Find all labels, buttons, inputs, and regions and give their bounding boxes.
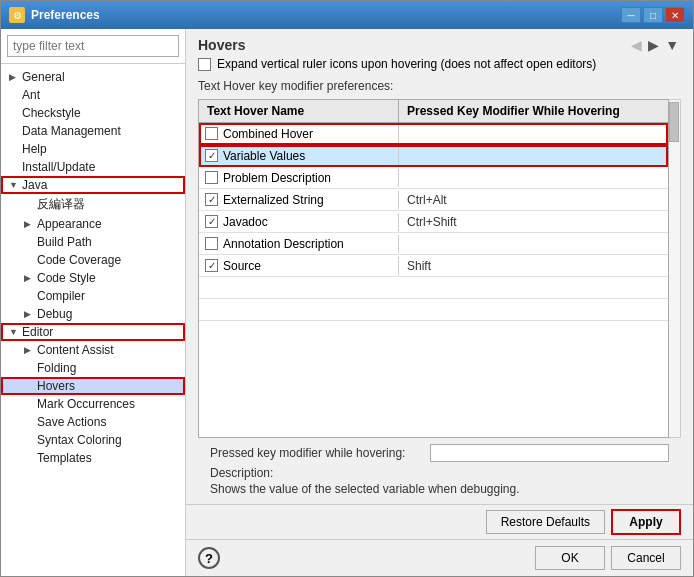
- sidebar-item-hovers[interactable]: Hovers: [1, 377, 185, 395]
- hover-cell-modifier: [399, 154, 668, 158]
- table-row[interactable]: Externalized String Ctrl+Alt: [199, 189, 668, 211]
- sidebar-item-content-assist[interactable]: ▶ Content Assist: [1, 341, 185, 359]
- table-row[interactable]: Annotation Description: [199, 233, 668, 255]
- expand-label: Expand vertical ruler icons upon hoverin…: [217, 57, 596, 71]
- row-checkbox[interactable]: [205, 215, 218, 228]
- table-row[interactable]: Variable Values: [199, 145, 668, 167]
- forward-button[interactable]: ▶: [646, 37, 661, 53]
- restore-defaults-button[interactable]: Restore Defaults: [486, 510, 605, 534]
- filter-input[interactable]: [7, 35, 179, 57]
- sidebar-item-code-coverage[interactable]: Code Coverage: [1, 251, 185, 269]
- sidebar-item-install-update[interactable]: Install/Update: [1, 158, 185, 176]
- table-row[interactable]: Javadoc Ctrl+Shift: [199, 211, 668, 233]
- sidebar: ▶ General Ant Checkstyle Data Management: [1, 29, 186, 576]
- bottom-section: Pressed key modifier while hovering: Des…: [198, 444, 681, 504]
- sidebar-item-debug[interactable]: ▶ Debug: [1, 305, 185, 323]
- page-title: Hovers: [198, 37, 245, 53]
- row-checkbox[interactable]: [205, 171, 218, 184]
- preferences-window: ⚙ Preferences ─ □ ✕ ▶ General Ant: [0, 0, 694, 577]
- maximize-button[interactable]: □: [643, 7, 663, 23]
- sidebar-item-data-management[interactable]: Data Management: [1, 122, 185, 140]
- java-arrow-icon: ▼: [9, 180, 19, 190]
- dropdown-button[interactable]: ▼: [663, 37, 681, 53]
- hover-cell-name: Combined Hover: [199, 125, 399, 143]
- col2-header: Pressed Key Modifier While Hovering: [399, 100, 668, 122]
- main-panel: Hovers ◀ ▶ ▼ Expand vertical ruler icons…: [186, 29, 693, 576]
- description-text: Shows the value of the selected variable…: [210, 482, 669, 496]
- cancel-button[interactable]: Cancel: [611, 546, 681, 570]
- sidebar-item-help[interactable]: Help: [1, 140, 185, 158]
- row-checkbox[interactable]: [205, 237, 218, 250]
- debug-arrow-icon: ▶: [24, 309, 34, 319]
- tree: ▶ General Ant Checkstyle Data Management: [1, 64, 185, 576]
- sidebar-item-java[interactable]: ▼ Java: [1, 176, 185, 194]
- close-button[interactable]: ✕: [665, 7, 685, 23]
- code-style-arrow-icon: ▶: [24, 273, 34, 283]
- sidebar-item-folding[interactable]: Folding: [1, 359, 185, 377]
- sidebar-item-save-actions[interactable]: Save Actions: [1, 413, 185, 431]
- col1-header: Text Hover Name: [199, 100, 399, 122]
- hover-cell-name: Annotation Description: [199, 235, 399, 253]
- hover-cell-modifier: Ctrl+Shift: [399, 213, 668, 231]
- table-row-empty: [199, 277, 668, 299]
- appearance-arrow-icon: ▶: [24, 219, 34, 229]
- pressed-key-label: Pressed key modifier while hovering:: [210, 446, 430, 460]
- sidebar-item-ant[interactable]: Ant: [1, 86, 185, 104]
- footer-bar: ? OK Cancel: [186, 539, 693, 576]
- sidebar-item-mark-occurrences[interactable]: Mark Occurrences: [1, 395, 185, 413]
- title-bar: ⚙ Preferences ─ □ ✕: [1, 1, 693, 29]
- ok-button[interactable]: OK: [535, 546, 605, 570]
- pressed-key-input[interactable]: [430, 444, 669, 462]
- sidebar-item-templates[interactable]: Templates: [1, 449, 185, 467]
- sidebar-item-appearance[interactable]: ▶ Appearance: [1, 215, 185, 233]
- sidebar-item-checkstyle[interactable]: Checkstyle: [1, 104, 185, 122]
- hover-cell-name: Javadoc: [199, 213, 399, 231]
- window-controls: ─ □ ✕: [621, 7, 685, 23]
- hover-cell-name: Problem Description: [199, 169, 399, 187]
- row-checkbox[interactable]: [205, 127, 218, 140]
- nav-arrows: ◀ ▶ ▼: [629, 37, 681, 53]
- action-bar: Restore Defaults Apply: [186, 504, 693, 539]
- table-row[interactable]: Combined Hover: [199, 123, 668, 145]
- apply-button[interactable]: Apply: [611, 509, 681, 535]
- expand-row: Expand vertical ruler icons upon hoverin…: [198, 57, 681, 71]
- hover-cell-modifier: [399, 132, 668, 136]
- back-button[interactable]: ◀: [629, 37, 644, 53]
- sidebar-item-build-path[interactable]: Build Path: [1, 233, 185, 251]
- arrow-icon: ▶: [9, 72, 19, 82]
- row-checkbox[interactable]: [205, 193, 218, 206]
- sidebar-item-code-style[interactable]: ▶ Code Style: [1, 269, 185, 287]
- sidebar-item-general[interactable]: ▶ General: [1, 68, 185, 86]
- filter-box: [1, 29, 185, 64]
- app-icon: ⚙: [9, 7, 25, 23]
- hover-cell-modifier: [399, 176, 668, 180]
- editor-arrow-icon: ▼: [9, 327, 19, 337]
- sidebar-item-fanyi[interactable]: 反編译器: [1, 194, 185, 215]
- pressed-key-row: Pressed key modifier while hovering:: [210, 444, 669, 462]
- hover-cell-modifier: Ctrl+Alt: [399, 191, 668, 209]
- hover-cell-modifier: [399, 242, 668, 246]
- window-title: Preferences: [31, 8, 100, 22]
- expand-checkbox[interactable]: [198, 58, 211, 71]
- table-section-label: Text Hover key modifier preferences:: [198, 79, 681, 93]
- help-button[interactable]: ?: [198, 547, 220, 569]
- description-label: Description:: [210, 466, 669, 480]
- table-header: Text Hover Name Pressed Key Modifier Whi…: [199, 100, 668, 123]
- main-header: Hovers ◀ ▶ ▼: [186, 29, 693, 57]
- table-row-empty: [199, 299, 668, 321]
- sidebar-item-editor[interactable]: ▼ Editor: [1, 323, 185, 341]
- hover-table: Text Hover Name Pressed Key Modifier Whi…: [198, 99, 669, 438]
- row-checkbox[interactable]: [205, 149, 218, 162]
- minimize-button[interactable]: ─: [621, 7, 641, 23]
- sidebar-item-compiler[interactable]: Compiler: [1, 287, 185, 305]
- sidebar-item-syntax-coloring[interactable]: Syntax Coloring: [1, 431, 185, 449]
- hover-table-wrap: Text Hover Name Pressed Key Modifier Whi…: [198, 99, 681, 438]
- content-area: ▶ General Ant Checkstyle Data Management: [1, 29, 693, 576]
- main-content: Expand vertical ruler icons upon hoverin…: [186, 57, 693, 504]
- table-scrollbar[interactable]: [669, 99, 681, 438]
- table-row[interactable]: Problem Description: [199, 167, 668, 189]
- footer-buttons: OK Cancel: [535, 546, 681, 570]
- row-checkbox[interactable]: [205, 259, 218, 272]
- scrollbar-thumb[interactable]: [669, 102, 679, 142]
- table-row[interactable]: Source Shift: [199, 255, 668, 277]
